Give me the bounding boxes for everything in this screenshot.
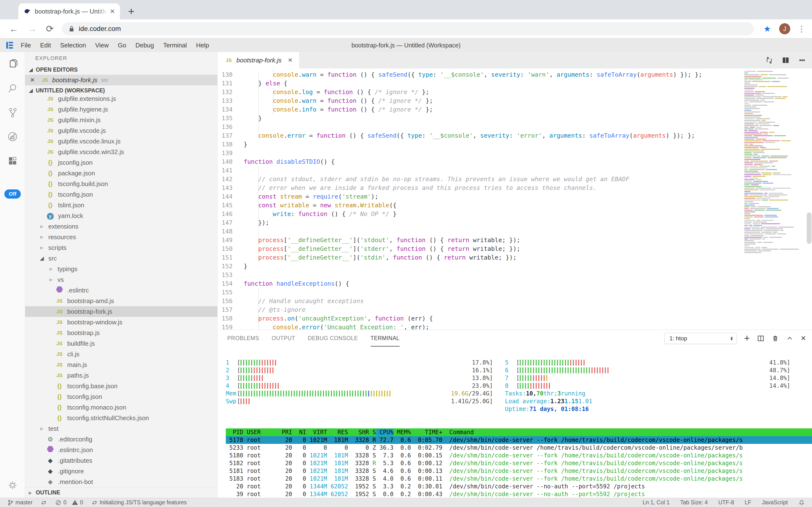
new-terminal-icon[interactable]: +	[744, 333, 750, 344]
process-row-5181[interactable]: 5181 root 20 0 1021M 181M 3328 S 4.6 0.6…	[226, 467, 812, 475]
terminal-output[interactable]: 1 [17.8%]2 [16.1%]3 [13.8%]4 [23.0%]Mem[…	[217, 347, 812, 498]
file-row-bootstrap-amd.js[interactable]: JSbootstrap-amd.js	[25, 296, 217, 306]
process-row-39[interactable]: 39 root 20 0 1344M 62052 1952 S 0.0 0.2 …	[226, 490, 812, 498]
debug-disabled-icon[interactable]	[0, 125, 25, 149]
process-row-5183[interactable]: 5183 root 20 0 1021M 181M 3328 S 4.0 0.6…	[226, 475, 812, 483]
file-row-gulpfile.vscode.js[interactable]: JSgulpfile.vscode.js	[25, 125, 217, 136]
browser-menu-icon[interactable]: ⋮	[798, 24, 806, 34]
file-row-tsconfig.strictNullChecks.json[interactable]: {}tsconfig.strictNullChecks.json	[25, 413, 217, 423]
explorer-icon[interactable]	[0, 52, 25, 76]
file-row-.gitattributes[interactable]: ◆.gitattributes	[25, 455, 217, 466]
open-editors-section[interactable]: ◢ OPEN EDITORS	[25, 65, 217, 75]
new-tab-button[interactable]: +	[128, 5, 134, 17]
panel-tab-debug-console[interactable]: DEBUG CONSOLE	[308, 330, 358, 347]
file-row-gulpfile.vscode.win32.js[interactable]: JSgulpfile.vscode.win32.js	[25, 147, 217, 157]
file-row-tsconfig.base.json[interactable]: {}tsconfig.base.json	[25, 381, 217, 391]
status-utf-8[interactable]: UTF-8	[719, 499, 734, 506]
browser-tab[interactable]: bootstrap-fork.js — Untitled (W ✕	[18, 3, 120, 19]
bell-icon[interactable]	[799, 500, 805, 506]
file-row-tsconfig.json[interactable]: {}tsconfig.json	[25, 391, 217, 402]
split-terminal-icon[interactable]	[757, 335, 764, 342]
panel-tab-output[interactable]: OUTPUT	[272, 330, 295, 347]
tab-close-icon[interactable]: ✕	[110, 8, 115, 15]
status-ln-1-col-1[interactable]: Ln 1, Col 1	[643, 499, 670, 506]
workspace-section[interactable]: ◢ UNTITLED (WORKSPACE)	[25, 86, 217, 96]
process-row-5178[interactable]: 5178 root 20 0 1021M 181M 3328 R 72.7 0.…	[226, 436, 812, 444]
file-row-tsconfig.json[interactable]: {}tsconfig.json	[25, 189, 217, 200]
menu-debug[interactable]: Debug	[135, 42, 154, 49]
split-editor-icon[interactable]	[782, 57, 789, 64]
menu-file[interactable]: File	[21, 42, 31, 49]
minimap[interactable]	[744, 71, 805, 254]
file-row-scripts[interactable]: ▹scripts	[25, 242, 217, 253]
problems-item[interactable]: 0 0	[55, 499, 83, 506]
file-row-tsconfig.build.json[interactable]: {}tsconfig.build.json	[25, 178, 217, 189]
file-row-.mention-bot[interactable]: ◆.mention-bot	[25, 476, 217, 487]
file-row-bootstrap-fork.js[interactable]: JSbootstrap-fork.js	[25, 306, 217, 317]
reload-icon[interactable]: ⟳	[46, 23, 54, 34]
panel-tab-problems[interactable]: PROBLEMS	[227, 330, 259, 347]
process-row-5180[interactable]: 5180 root 20 0 1021M 181M 3328 S 7.3 0.6…	[226, 452, 812, 459]
file-row-paths.js[interactable]: JSpaths.js	[25, 370, 217, 381]
file-row-tsconfig.monaco.json[interactable]: {}tsconfig.monaco.json	[25, 402, 217, 413]
htop-table-header[interactable]: PID USER PRI NI VIRT RES SHR S CPU% MEM%…	[226, 429, 812, 436]
status-tab-size-4[interactable]: Tab Size: 4	[680, 499, 708, 506]
source-control-icon[interactable]	[0, 100, 25, 125]
editor-tab[interactable]: JS bootstrap-fork.js ✕	[217, 52, 299, 68]
back-icon[interactable]: ←	[9, 24, 18, 34]
file-row-gulpfile.hygiene.js[interactable]: JSgulpfile.hygiene.js	[25, 104, 217, 115]
sync-item[interactable]	[41, 500, 47, 506]
avatar[interactable]: J	[779, 23, 790, 34]
menu-edit[interactable]: Edit	[40, 42, 51, 49]
file-row-yarn.lock[interactable]: yyarn.lock	[25, 211, 217, 221]
telemetry-off-badge[interactable]: Off	[4, 189, 21, 199]
file-row-gulpfile.vscode.linux.js[interactable]: JSgulpfile.vscode.linux.js	[25, 136, 217, 147]
file-row-test[interactable]: ▹test	[25, 423, 217, 434]
code-editor[interactable]: 130 console.warn = function () { safeSen…	[217, 68, 812, 330]
file-row-.eslintrc[interactable]: .eslintrc	[25, 285, 217, 296]
file-row-buildfile.js[interactable]: JSbuildfile.js	[25, 338, 217, 349]
file-row-gulpfile.extensions.js[interactable]: JSgulpfile.extensions.js	[25, 96, 217, 104]
settings-gear-icon[interactable]	[0, 480, 25, 491]
file-row-.editorconfig[interactable]: ⚙.editorconfig	[25, 434, 217, 445]
forward-icon[interactable]: →	[27, 24, 37, 34]
language-status-item[interactable]: Initializing JS/TS language features	[91, 499, 187, 506]
process-row-5182[interactable]: 5182 root 20 0 1021M 181M 3328 R 5.3 0.6…	[226, 459, 812, 467]
maximize-panel-icon[interactable]	[786, 335, 793, 342]
file-row-vs[interactable]: ▹vs	[25, 274, 217, 285]
menu-view[interactable]: View	[95, 42, 109, 49]
panel-tab-terminal[interactable]: TERMINAL	[371, 330, 399, 347]
file-row-package.json[interactable]: {}package.json	[25, 168, 217, 178]
terminal-select[interactable]: 1: htop ▲▼	[664, 333, 737, 344]
status-lf[interactable]: LF	[745, 499, 751, 506]
file-row-tslint.json[interactable]: {}tslint.json	[25, 200, 217, 211]
menu-selection[interactable]: Selection	[60, 42, 86, 49]
menu-go[interactable]: Go	[118, 42, 126, 49]
file-row-cli.js[interactable]: JScli.js	[25, 349, 217, 359]
extensions-icon[interactable]	[0, 149, 25, 173]
file-row-.eslintrc.json[interactable]: .eslintrc.json	[25, 445, 217, 455]
kill-terminal-trash-icon[interactable]	[772, 335, 779, 342]
more-actions-icon[interactable]	[799, 57, 806, 64]
file-row-main.js[interactable]: JSmain.js	[25, 359, 217, 370]
url-bar[interactable]: ide.coder.com	[62, 22, 754, 35]
bookmark-star-icon[interactable]: ★	[764, 24, 771, 34]
menu-terminal[interactable]: Terminal	[163, 42, 187, 49]
file-row-src[interactable]: ◢src	[25, 253, 217, 264]
menu-help[interactable]: Help	[196, 42, 209, 49]
file-row-resources[interactable]: ▹resources	[25, 232, 217, 242]
close-panel-icon[interactable]: ✕	[801, 334, 806, 342]
search-icon[interactable]	[0, 76, 25, 100]
process-row-20[interactable]: 20 root 20 0 1344M 62052 1952 S 3.3 0.2 …	[226, 483, 812, 490]
file-row-gulpfile.mixin.js[interactable]: JSgulpfile.mixin.js	[25, 115, 217, 125]
close-icon[interactable]: ✕	[288, 57, 293, 64]
file-row-extensions[interactable]: ▹extensions	[25, 221, 217, 232]
process-row-5233[interactable]: 5233 root 20 0 0 0 0 Z 36.3 0.0 0:02.79 …	[226, 444, 812, 452]
outline-section[interactable]: ▹ OUTLINE	[25, 487, 217, 498]
status-javascript[interactable]: JavaScript	[762, 499, 788, 506]
file-row-jsconfig.json[interactable]: {}jsconfig.json	[25, 157, 217, 168]
file-row-bootstrap.js[interactable]: JSbootstrap.js	[25, 328, 217, 338]
file-row-bootstrap-window.js[interactable]: JSbootstrap-window.js	[25, 317, 217, 328]
editor-scrollbar[interactable]	[807, 212, 812, 244]
file-row-typings[interactable]: ▹typings	[25, 264, 217, 274]
